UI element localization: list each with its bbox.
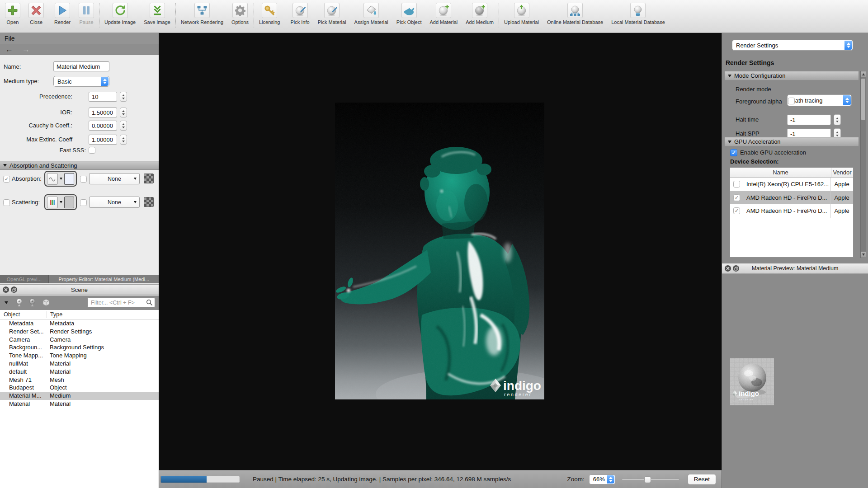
scattering-color-swatch[interactable] (64, 197, 74, 208)
device-name: AMD Radeon HD - FirePro D... (746, 194, 830, 201)
zoom-slider[interactable] (622, 479, 679, 480)
cauchy-input[interactable] (89, 121, 117, 131)
toolbar-button-assign-material[interactable]: Assign Material (350, 0, 392, 25)
scene-row-metadata[interactable]: MetadataMetadata (0, 319, 159, 328)
scene-row-material-m-[interactable]: Material M...Medium (0, 392, 159, 400)
halt-time-stepper[interactable] (834, 114, 841, 125)
absorption-checkbox[interactable] (3, 176, 10, 183)
halt-time-input[interactable] (787, 114, 831, 125)
absorption-scattering-section[interactable]: Absorption and Scattering (0, 161, 159, 170)
tab-opengl-preview[interactable]: OpenGL previ... (0, 275, 48, 283)
toolbar-button-pick-material[interactable]: Pick Material (314, 0, 350, 25)
toolbar-label: Local Material Database (611, 19, 665, 25)
absorption-color-swatch[interactable] (64, 173, 74, 185)
toolbar-button-save-image[interactable]: Save Image (140, 0, 175, 25)
toolbar-button-update-image[interactable]: Update Image (100, 0, 140, 25)
enable-gpu-checkbox[interactable] (730, 149, 737, 156)
column-vendor[interactable]: Vendor (831, 168, 853, 177)
settings-scrollbar[interactable] (860, 71, 866, 258)
spectrum-curve-button[interactable] (47, 173, 58, 185)
rgb-color-button[interactable] (47, 197, 58, 208)
scene-tree-table: Object Type MetadataMetadataRender Set..… (0, 310, 159, 488)
reset-zoom-button[interactable]: Reset (688, 474, 716, 485)
device-row[interactable]: Intel(R) Xeon(R) CPU E5-162...Apple (730, 178, 853, 191)
toolbar-button-pick-object[interactable]: Pick Object (392, 0, 426, 25)
scene-row-tone-mapp-[interactable]: Tone Mapp...Tone Mapping (0, 352, 159, 360)
scroll-down-button[interactable] (861, 252, 866, 258)
object-cube-filter-icon[interactable] (42, 299, 50, 307)
scene-row-default[interactable]: defaultMaterial (0, 368, 159, 376)
cauchy-stepper[interactable] (120, 121, 127, 131)
precedence-stepper[interactable] (120, 92, 127, 102)
scene-row-budapest[interactable]: BudapestObject (0, 384, 159, 392)
zoom-slider-handle[interactable] (644, 476, 651, 483)
scattering-texture-select[interactable]: None (89, 197, 140, 208)
column-name[interactable]: Name (730, 168, 831, 177)
medium-type-label: Medium type: (4, 76, 39, 87)
fast-sss-checkbox[interactable] (89, 147, 95, 154)
toolbar-button-render[interactable]: Render (50, 0, 75, 25)
toolbar-button-local-material-database[interactable]: Local Material Database (607, 0, 669, 25)
medium-type-select[interactable]: Basic (53, 76, 109, 87)
material-ball-filter-icon[interactable] (15, 298, 23, 307)
forward-arrow-icon[interactable]: → (22, 46, 30, 53)
toolbar-button-open[interactable]: Open (1, 0, 24, 25)
device-row[interactable]: AMD Radeon HD - FirePro D...Apple (730, 204, 853, 218)
toolbar-button-add-medium[interactable]: Add Medium (462, 0, 498, 25)
material-preview-title: Material Preview: Material Medium (722, 265, 868, 272)
toolbar-button-add-material[interactable]: Add Material (425, 0, 462, 25)
absorption-texture-select[interactable]: None (89, 173, 140, 184)
tab-property-editor[interactable]: Property Editor: Material Medium (Medi..… (49, 275, 159, 283)
scene-row-mesh-71[interactable]: Mesh 71Mesh (0, 376, 159, 384)
scrollbar-thumb[interactable] (861, 79, 865, 120)
tree-collapse-icon[interactable] (5, 301, 8, 304)
panel-selector[interactable]: Render Settings (732, 40, 853, 51)
render-viewport[interactable]: indigo renderer Paused | Time elapsed: 2… (159, 33, 722, 488)
toolbar-button-close[interactable]: Close (24, 0, 48, 25)
mode-configuration-section[interactable]: Mode Configuration (725, 71, 859, 80)
scene-row-material[interactable]: MaterialMaterial (0, 400, 159, 408)
absorption-texture-checkbox[interactable] (80, 176, 87, 183)
column-type[interactable]: Type (47, 311, 62, 318)
scene-row-render-set-[interactable]: Render Set...Render Settings (0, 328, 159, 336)
ior-stepper[interactable] (120, 108, 127, 117)
ior-input[interactable] (89, 108, 117, 117)
device-checkbox[interactable] (733, 207, 740, 214)
column-object[interactable]: Object (0, 311, 47, 318)
scene-row-backgroun-[interactable]: Backgroun...Background Settings (0, 343, 159, 352)
scroll-up-button[interactable] (861, 71, 866, 77)
gpu-acceleration-section[interactable]: GPU Acceleration (725, 137, 859, 146)
toolbar-button-online-material-database[interactable]: Online Material Database (543, 0, 607, 25)
toolbar-button-upload-material[interactable]: Upload Material (500, 0, 543, 25)
back-arrow-icon[interactable]: ← (5, 46, 13, 53)
toolbar-button-network-rendering[interactable]: Network Rendering (177, 0, 227, 25)
max-extinc-stepper[interactable] (120, 135, 127, 145)
precedence-input[interactable] (89, 92, 117, 102)
foreground-alpha-checkbox[interactable] (788, 98, 795, 104)
toolbar-separator (499, 3, 499, 28)
zoom-level-select[interactable]: 66% (589, 474, 615, 484)
scattering-texture-swatch[interactable] (144, 197, 154, 207)
device-checkbox[interactable] (733, 181, 740, 188)
scattering-texture-checkbox[interactable] (80, 199, 87, 206)
toolbar-button-pick-info[interactable]: Pick Info (286, 0, 313, 25)
scattering-checkbox[interactable] (3, 199, 10, 206)
scene-row-nullmat[interactable]: nullMatMaterial (0, 360, 159, 368)
render-mode-select[interactable]: Path tracing (787, 94, 852, 106)
toolbar-button-options[interactable]: Options (227, 0, 253, 25)
device-row[interactable]: AMD Radeon HD - FirePro D...Apple (730, 191, 853, 205)
scattering-color-group (44, 194, 77, 210)
toolbar-button-pause[interactable]: Pause (75, 0, 98, 25)
toolbar-button-licensing[interactable]: Licensing (255, 0, 284, 25)
name-input[interactable] (53, 61, 109, 71)
medium-ball-filter-icon[interactable] (28, 298, 36, 307)
scene-filter-input[interactable] (87, 297, 155, 308)
max-extinc-input[interactable] (89, 135, 117, 145)
network-blue-icon (194, 3, 210, 18)
absorption-label: Absorption: (12, 174, 42, 184)
scene-row-camera[interactable]: CameraCamera (0, 336, 159, 344)
device-checkbox[interactable] (733, 194, 740, 201)
absorption-texture-swatch[interactable] (144, 174, 154, 183)
dropdown-arrow-icon[interactable] (60, 178, 62, 180)
dropdown-arrow-icon[interactable] (60, 201, 62, 203)
